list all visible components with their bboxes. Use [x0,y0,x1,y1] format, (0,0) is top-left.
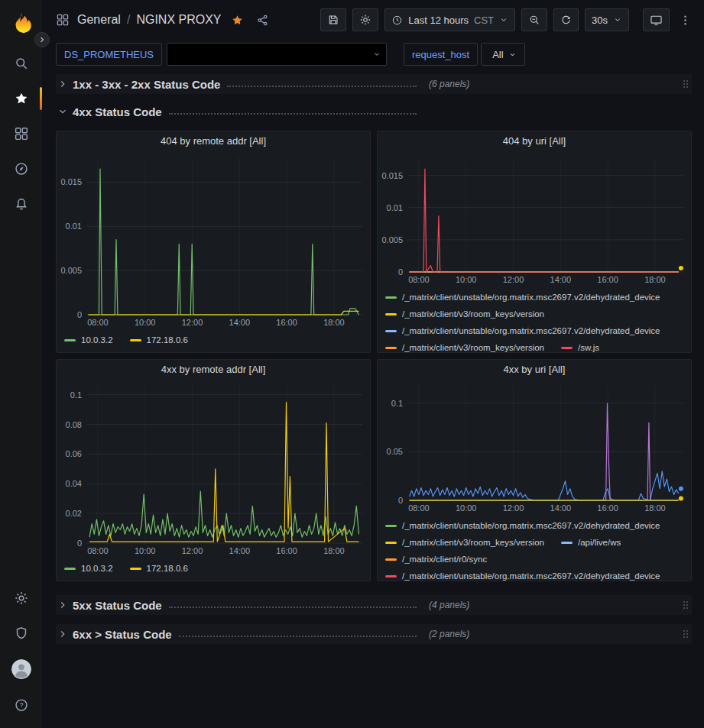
legend-item[interactable]: /_matrix/client/r0/sync [385,555,487,564]
legend-item[interactable]: /_matrix/client/unstable/org.matrix.msc2… [385,293,660,302]
svg-text:14:00: 14:00 [550,503,572,513]
legend-item[interactable]: 172.18.0.6 [130,564,188,573]
row-drag-handle[interactable] [680,599,692,611]
time-range-picker[interactable]: Last 12 hours CST [384,8,515,31]
legend-label: /sw.js [578,343,599,352]
row-leader [169,607,417,608]
row-title: 6xx > Status Code [73,628,172,641]
sidebar-item-dashboards[interactable] [0,121,42,147]
svg-text:0: 0 [77,539,82,548]
legend-item[interactable]: /_matrix/client/v3/room_keys/version [385,343,544,352]
row-title: 5xx Status Code [73,599,162,612]
legend-item[interactable]: /_matrix/client/unstable/org.matrix.msc2… [385,571,660,581]
chevron-down-icon [57,106,68,117]
sidebar-item-help[interactable]: ? [0,696,42,714]
dashboard-settings-button[interactable] [352,8,378,31]
timeseries-chart[interactable]: 00.020.040.060.080.108:0010:0012:0014:00… [57,380,370,558]
legend-label: /_matrix/client/r0/sync [402,555,487,564]
refresh-interval-label: 30s [592,15,608,26]
dashboard-row-4xx[interactable]: 4xx Status Code [56,102,692,121]
request-host-variable-label[interactable]: request_host [404,43,478,66]
datasource-variable-label[interactable]: DS_PROMETHEUS [56,43,162,66]
user-avatar[interactable] [11,659,31,679]
legend-row: /_matrix/client/r0/sync [385,551,683,568]
legend-swatch [385,347,397,349]
legend-item[interactable]: /api/live/ws [561,538,621,547]
panel-title[interactable]: 4xx by remote addr [All] [57,360,370,380]
dashboard-row-5xx[interactable]: 5xx Status Code (4 panels) [56,595,692,615]
request-host-dropdown[interactable]: All [481,43,524,66]
legend-swatch [64,568,76,570]
row-drag-handle[interactable] [680,78,692,90]
legend-swatch [385,558,397,561]
favorite-star-button[interactable] [228,11,247,30]
legend-label: /_matrix/client/v3/room_keys/version [402,538,544,547]
chevron-right-icon [57,600,68,610]
breadcrumb-section[interactable]: General [77,13,121,27]
legend-label: 172.18.0.6 [147,335,188,345]
chevron-right-icon [57,79,68,89]
svg-text:10:00: 10:00 [456,275,477,284]
save-dashboard-button[interactable] [320,8,346,31]
legend-item[interactable]: /_matrix/client/v3/room_keys/version [385,538,544,547]
share-button[interactable] [253,11,272,30]
svg-text:08:00: 08:00 [408,503,430,513]
legend-row: /_matrix/client/v3/room_keys/version/sw.… [385,339,683,352]
sidebar-item-search[interactable] [0,50,42,76]
datasource-dropdown[interactable] [167,43,387,66]
svg-text:10:00: 10:00 [135,318,156,327]
row-leader [169,113,417,115]
dashboard-row-1xx-3xx-2xx[interactable]: 1xx - 3xx - 2xx Status Code (6 panels) [56,74,692,94]
svg-text:0: 0 [77,310,82,319]
refresh-button[interactable] [553,8,579,31]
sidebar-item-starred[interactable] [0,86,42,112]
row-panel-count: (2 panels) [429,629,469,639]
svg-text:16:00: 16:00 [597,503,618,513]
svg-text:18:00: 18:00 [323,318,345,327]
legend-item[interactable]: 10.0.3.2 [64,335,113,345]
chart-svg: 00.0050.010.01508:0010:0012:0014:0016:00… [378,151,691,287]
sidebar-item-configuration[interactable] [0,589,42,607]
legend-item[interactable]: /_matrix/client/unstable/org.matrix.msc2… [385,326,660,335]
timeseries-chart[interactable]: 00.050.108:0010:0012:0014:0016:0018:00 [378,380,691,516]
legend-item[interactable]: 10.0.3.2 [64,564,113,573]
zoom-out-button[interactable] [521,8,547,31]
legend-item[interactable]: /_matrix/client/unstable/org.matrix.msc2… [385,521,660,530]
legend-item[interactable]: /_matrix/client/v3/room_keys/version [385,309,544,319]
sidebar-item-alerting[interactable] [0,191,42,217]
svg-text:08:00: 08:00 [87,546,109,555]
breadcrumb-title: NGINX PROXY [136,13,221,27]
panel-title[interactable]: 4xx by uri [All] [378,360,691,380]
grafana-logo[interactable] [9,11,34,35]
legend-item[interactable]: 172.18.0.6 [130,335,188,345]
row-leader [179,636,417,637]
refresh-interval-dropdown[interactable]: 30s [585,8,629,31]
share-icon [256,14,269,27]
chevron-down-icon [499,15,508,24]
chart-legend: /_matrix/client/unstable/org.matrix.msc2… [378,287,691,352]
sidebar-item-explore[interactable] [0,156,42,182]
chevron-down-icon [613,15,622,24]
sidebar-item-server-admin[interactable] [0,624,42,642]
svg-text:0.05: 0.05 [387,447,403,456]
row-drag-handle[interactable] [680,628,692,640]
panel-title[interactable]: 404 by remote addr [All] [57,131,370,151]
breadcrumb-separator: / [127,13,130,27]
legend-item[interactable]: /sw.js [561,343,599,352]
explore-compass-icon [14,161,29,176]
expand-sidebar-button[interactable] [34,32,50,47]
svg-text:18:00: 18:00 [644,503,666,513]
timeseries-chart[interactable]: 00.0050.010.01508:0010:0012:0014:0016:00… [378,151,691,287]
chart-legend: 10.0.3.2172.18.0.6 [57,558,370,581]
svg-text:14:00: 14:00 [550,275,572,284]
legend-label: 10.0.3.2 [81,564,113,573]
dashboard-row-6xx[interactable]: 6xx > Status Code (2 panels) [56,624,692,644]
legend-label: /_matrix/client/unstable/org.matrix.msc2… [402,326,660,335]
star-icon [14,91,29,106]
kebab-menu-icon [679,14,692,27]
legend-swatch [561,542,573,544]
more-options-button[interactable] [676,11,695,30]
kiosk-mode-button[interactable] [643,8,670,31]
panel-title[interactable]: 404 by uri [All] [378,131,691,151]
timeseries-chart[interactable]: 00.0050.010.01508:0010:0012:0014:0016:00… [57,151,370,330]
